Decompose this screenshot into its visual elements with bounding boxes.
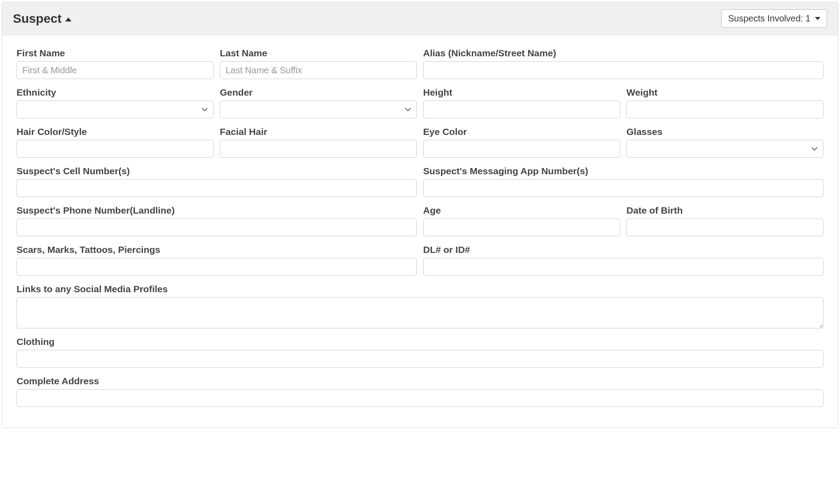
address-input[interactable] bbox=[17, 389, 823, 407]
dob-label: Date of Birth bbox=[626, 205, 823, 216]
gender-select[interactable] bbox=[220, 101, 417, 118]
hair-color-group: Hair Color/Style bbox=[17, 126, 214, 158]
glasses-label: Glasses bbox=[626, 126, 823, 137]
panel-header: Suspect Suspects Involved: 1 bbox=[2, 2, 838, 35]
messaging-app-group: Suspect's Messaging App Number(s) bbox=[423, 166, 823, 197]
gender-group: Gender bbox=[220, 87, 417, 118]
alias-input[interactable] bbox=[423, 61, 823, 79]
panel-title-toggle[interactable]: Suspect bbox=[13, 12, 71, 26]
landline-input[interactable] bbox=[17, 218, 417, 236]
height-group: Height bbox=[423, 87, 620, 118]
eye-color-input[interactable] bbox=[423, 140, 620, 158]
weight-input[interactable] bbox=[626, 101, 823, 118]
suspect-panel: Suspect Suspects Involved: 1 First Name … bbox=[2, 2, 838, 428]
cell-numbers-label: Suspect's Cell Number(s) bbox=[17, 166, 417, 176]
eye-color-label: Eye Color bbox=[423, 126, 620, 137]
scars-label: Scars, Marks, Tattoos, Piercings bbox=[17, 244, 417, 255]
last-name-input[interactable] bbox=[220, 61, 417, 79]
facial-hair-label: Facial Hair bbox=[220, 126, 417, 137]
messaging-app-input[interactable] bbox=[423, 179, 823, 197]
glasses-select[interactable] bbox=[626, 140, 823, 158]
alias-label: Alias (Nickname/Street Name) bbox=[423, 48, 823, 59]
address-group: Complete Address bbox=[17, 376, 823, 407]
clothing-group: Clothing bbox=[17, 336, 823, 368]
age-label: Age bbox=[423, 205, 620, 216]
social-media-textarea[interactable] bbox=[17, 297, 823, 328]
chevron-up-icon bbox=[65, 17, 71, 21]
dl-id-group: DL# or ID# bbox=[423, 244, 823, 276]
facial-hair-group: Facial Hair bbox=[220, 126, 417, 158]
ethnicity-select[interactable] bbox=[17, 101, 214, 118]
dl-id-label: DL# or ID# bbox=[423, 244, 823, 255]
panel-title-text: Suspect bbox=[13, 12, 62, 26]
age-group: Age bbox=[423, 205, 620, 236]
first-name-group: First Name bbox=[17, 48, 214, 79]
eye-color-group: Eye Color bbox=[423, 126, 620, 158]
scars-group: Scars, Marks, Tattoos, Piercings bbox=[17, 244, 417, 276]
glasses-group: Glasses bbox=[626, 126, 823, 158]
caret-down-icon bbox=[815, 17, 820, 20]
panel-body: First Name Last Name Alias (Nickname/Str… bbox=[2, 35, 838, 428]
suspects-involved-label: Suspects Involved: 1 bbox=[728, 13, 811, 24]
clothing-label: Clothing bbox=[17, 336, 823, 347]
landline-group: Suspect's Phone Number(Landline) bbox=[17, 205, 417, 236]
last-name-group: Last Name bbox=[220, 48, 417, 79]
social-media-group: Links to any Social Media Profiles bbox=[17, 284, 823, 328]
height-label: Height bbox=[423, 87, 620, 98]
cell-numbers-group: Suspect's Cell Number(s) bbox=[17, 166, 417, 197]
cell-numbers-input[interactable] bbox=[17, 179, 417, 197]
suspects-involved-dropdown[interactable]: Suspects Involved: 1 bbox=[721, 9, 827, 28]
weight-label: Weight bbox=[626, 87, 823, 98]
ethnicity-group: Ethnicity bbox=[17, 87, 214, 118]
social-media-label: Links to any Social Media Profiles bbox=[17, 284, 823, 294]
dob-input[interactable] bbox=[626, 218, 823, 236]
first-name-label: First Name bbox=[17, 48, 214, 59]
ethnicity-label: Ethnicity bbox=[17, 87, 214, 98]
alias-group: Alias (Nickname/Street Name) bbox=[423, 48, 823, 79]
first-name-input[interactable] bbox=[17, 61, 214, 79]
height-input[interactable] bbox=[423, 101, 620, 118]
dob-group: Date of Birth bbox=[626, 205, 823, 236]
facial-hair-input[interactable] bbox=[220, 140, 417, 158]
gender-label: Gender bbox=[220, 87, 417, 98]
age-input[interactable] bbox=[423, 218, 620, 236]
address-label: Complete Address bbox=[17, 376, 823, 386]
clothing-input[interactable] bbox=[17, 350, 823, 368]
last-name-label: Last Name bbox=[220, 48, 417, 59]
messaging-app-label: Suspect's Messaging App Number(s) bbox=[423, 166, 823, 176]
dl-id-input[interactable] bbox=[423, 258, 823, 276]
landline-label: Suspect's Phone Number(Landline) bbox=[17, 205, 417, 216]
scars-input[interactable] bbox=[17, 258, 417, 276]
weight-group: Weight bbox=[626, 87, 823, 118]
hair-color-input[interactable] bbox=[17, 140, 214, 158]
hair-color-label: Hair Color/Style bbox=[17, 126, 214, 137]
